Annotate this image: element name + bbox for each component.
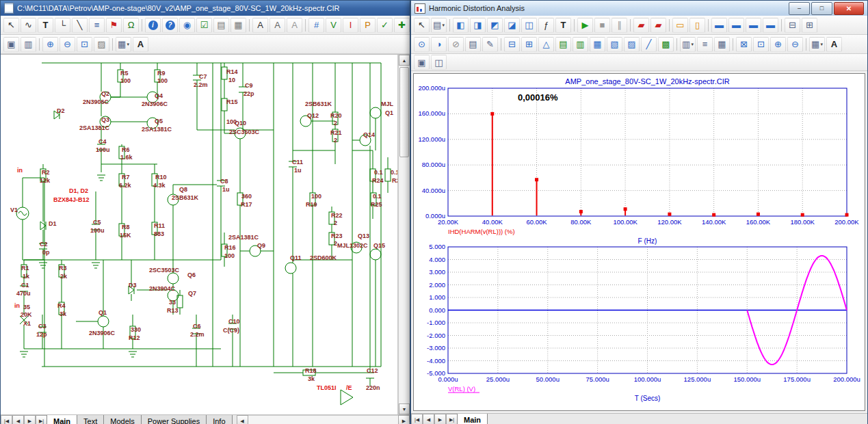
tab-scroll-last[interactable]: ▶|	[36, 415, 47, 424]
pin-connections-icon[interactable]: ✚	[394, 18, 410, 33]
run-icon[interactable]: ▶	[577, 18, 593, 33]
schematic-vertical-scrollbar[interactable]: ▲ ▼	[398, 55, 410, 414]
trackers-icon[interactable]: ▧	[607, 37, 622, 52]
zoom-area-icon[interactable]: ⊡	[77, 37, 92, 52]
graphics-tool-icon[interactable]: ∿	[21, 18, 36, 33]
cursor-scale-icon[interactable]: ⊡	[753, 37, 769, 52]
print-icon[interactable]: ▤	[465, 37, 481, 52]
log-x-icon[interactable]: ▤	[555, 37, 571, 52]
font-icon[interactable]: A	[133, 37, 148, 52]
component-tool-icon[interactable]: Ω	[123, 18, 139, 33]
y-axis-grid-icon[interactable]: ⊞	[521, 37, 537, 52]
tags-icon[interactable]: ▩	[658, 37, 674, 52]
scroll-up-button[interactable]: ▲	[399, 55, 410, 66]
expand-icon[interactable]: ⊞	[802, 18, 817, 33]
tab-scroll-first[interactable]: |◀	[1, 415, 12, 424]
waveform-y-label[interactable]: V(RL) (V)	[448, 385, 475, 393]
schematic-window-titlebar[interactable]: C:\MC11\DATA\Petrov\AMP-one-stage\80V_v2…	[1, 1, 410, 16]
zoom-in-icon[interactable]: ⊕	[770, 37, 786, 52]
close-button[interactable]: ✕	[834, 2, 864, 15]
horizontal-tag-icon[interactable]: ▭	[672, 18, 688, 33]
info-icon[interactable]: i	[145, 18, 161, 33]
minimize-button[interactable]: –	[789, 2, 810, 15]
text-tool-icon[interactable]: T	[38, 18, 53, 33]
panel2-icon[interactable]: ▬	[728, 18, 744, 33]
zoom-in-icon[interactable]: ⊕	[42, 37, 58, 52]
paste-page-icon[interactable]: ▥	[21, 37, 36, 52]
sheet-icon[interactable]: ▤	[213, 18, 229, 33]
zoom-out-icon[interactable]: ⊖	[60, 37, 75, 52]
log-y-icon[interactable]: ▥	[573, 37, 588, 52]
bus-tool-icon[interactable]: ≡	[89, 18, 105, 33]
schematic-horizontal-scrollbar[interactable]: ◀ ▶	[237, 415, 410, 424]
tab-main[interactable]: Main	[457, 414, 488, 424]
x-axis-grid-icon[interactable]: ⊟	[504, 37, 520, 52]
no-cursor-icon[interactable]: ⊘	[448, 37, 464, 52]
scroll-down-button[interactable]: ▼	[399, 403, 410, 414]
powers-icon[interactable]: P	[360, 18, 376, 33]
currents-icon[interactable]: I	[343, 18, 358, 33]
tab-info[interactable]: Info	[206, 415, 232, 424]
scale-mode-icon[interactable]: ⊠	[736, 37, 752, 52]
text-rotate-icon[interactable]: A	[287, 18, 302, 33]
tab-power-supplies[interactable]: Power Supplies	[141, 415, 207, 424]
linear-scale-icon[interactable]: ▦	[590, 37, 605, 52]
copy-page-icon[interactable]: ▣	[3, 37, 19, 52]
tab-text[interactable]: Text	[77, 415, 104, 424]
spectrum-plot-area[interactable]	[448, 88, 847, 216]
tab-scroll-next[interactable]: ▶	[24, 415, 36, 424]
properties-icon[interactable]: ◧	[453, 18, 469, 33]
panel3-icon[interactable]: ▬	[746, 18, 761, 33]
scroll-left-button[interactable]: ◀	[237, 415, 248, 424]
conditions-icon[interactable]: ✓	[377, 18, 393, 33]
next-point-icon[interactable]: ◑	[431, 37, 447, 52]
select-tool-icon[interactable]: ↖	[414, 18, 430, 33]
document-icon[interactable]: ▤▾	[431, 18, 447, 33]
help-icon[interactable]: ?	[162, 18, 178, 33]
select-tool-icon[interactable]: ↖	[3, 18, 19, 33]
vertical-tag-icon[interactable]: ▯	[689, 18, 705, 33]
tab-scroll-next[interactable]: ▶	[434, 414, 446, 424]
zoom-out-icon[interactable]: ⊖	[787, 37, 803, 52]
scroll-right-button[interactable]: ▶	[398, 415, 410, 424]
add-scope-icon[interactable]: ◨	[470, 18, 486, 33]
collapse-icon[interactable]: ⊟	[785, 18, 800, 33]
tab-scroll-prev[interactable]: ◀	[423, 414, 434, 424]
data-point-icon[interactable]: ⊙	[414, 37, 430, 52]
data-points-icon[interactable]: ◩	[487, 18, 503, 33]
analysis-window-titlebar[interactable]: Harmonic Distortion Analysis – □ ✕	[411, 1, 867, 16]
stop-icon[interactable]: ■	[594, 18, 610, 33]
numeric-output-icon[interactable]: ▦	[714, 37, 730, 52]
node-numbers-icon[interactable]: #	[308, 18, 324, 33]
copy-page-icon[interactable]: ▣	[414, 55, 430, 70]
horizontal-scroll-track[interactable]	[248, 415, 398, 424]
vertical-scroll-track[interactable]	[399, 66, 410, 403]
analysis-plot-panel[interactable]: AMP_one_stage_80V-SC_1W_20kHz-spectr.CIR…	[413, 73, 865, 411]
tile-pages-icon[interactable]: ◫	[431, 55, 447, 70]
tokens-icon[interactable]: ◪	[504, 18, 520, 33]
vertical-scroll-thumb[interactable]	[399, 67, 409, 157]
maximize-button[interactable]: □	[811, 2, 832, 15]
paste-icon[interactable]: ▥▾	[680, 37, 696, 52]
enable-region-icon[interactable]: ☑	[196, 18, 212, 33]
node-voltages-icon[interactable]: V	[326, 18, 341, 33]
pan-icon[interactable]: ▨	[624, 37, 640, 52]
list-icon[interactable]: ≡	[697, 37, 713, 52]
waveform-plot-area[interactable]	[448, 247, 847, 373]
text-tool-icon[interactable]: T	[555, 18, 571, 33]
browse-icon[interactable]: ◉	[179, 18, 195, 33]
pause-icon[interactable]: ∥	[611, 18, 627, 33]
triangle-grid-icon[interactable]: △	[538, 37, 554, 52]
function-icon[interactable]: ƒ	[538, 18, 554, 33]
edit-icon[interactable]: ✎	[482, 37, 498, 52]
grid-icon[interactable]: ▦▾	[809, 37, 825, 52]
text-align-left-icon[interactable]: A	[252, 18, 268, 33]
ruler-icon[interactable]: ◫	[521, 18, 537, 33]
tab-scroll-prev[interactable]: ◀	[12, 415, 24, 424]
spectrum-y-label[interactable]: IHD(HARM(v(RL))) (%)	[448, 228, 515, 235]
panel1-icon[interactable]: ▬	[711, 18, 727, 33]
tab-models[interactable]: Models	[103, 415, 141, 424]
text-align-center-icon[interactable]: A	[269, 18, 285, 33]
schematic-canvas[interactable]: R5100R9100C72.2mR1410C922pR15100Q22N3906…	[1, 55, 398, 414]
probe-icon[interactable]: ▰	[650, 18, 666, 33]
